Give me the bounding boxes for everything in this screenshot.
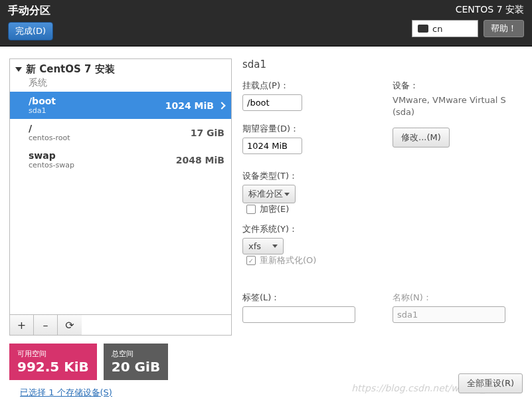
chevron-down-icon [272,245,278,248]
device-type-label: 设备类型(T)： [242,170,373,182]
help-button[interactable]: 帮助！ [484,20,524,37]
chevron-right-icon [218,102,225,109]
install-tree-header[interactable]: 新 CentOS 7 安装 [10,59,231,76]
reformat-checkbox[interactable]: ✓ [246,256,256,265]
partition-device: centos-swap [29,161,74,169]
partition-device: centos-root [29,134,70,142]
partition-mount: / [29,123,70,134]
partition-mount: swap [29,150,74,161]
reformat-label: 重新格式化(O) [260,254,316,266]
partition-mount: /boot [29,96,56,106]
install-tree-title: 新 CentOS 7 安装 [26,63,115,76]
free-space-label: 可用空间 [17,349,89,359]
done-button[interactable]: 完成(D) [8,22,53,41]
add-button[interactable]: + [10,315,34,335]
detail-title: sda1 [242,58,523,70]
chevron-down-icon [284,193,290,196]
partition-size: 2048 MiB [176,155,224,165]
encrypt-label: 加密(E) [260,203,289,215]
device-type-value: 标准分区 [248,188,283,200]
device-type-select[interactable]: 标准分区 [242,185,296,203]
filesystem-value: xfs [248,241,261,251]
reset-all-button[interactable]: 全部重设(R) [458,373,523,393]
encrypt-checkbox[interactable] [246,205,256,214]
partition-device: sda1 [29,106,56,115]
label-input[interactable] [242,306,355,323]
label-label: 标签(L)： [242,292,373,304]
partition-row-boot[interactable]: /boot sda1 1024 MiB [10,92,231,119]
partition-row-root[interactable]: / centos-root 17 GiB [10,119,231,146]
storage-devices-link[interactable]: 已选择 1 个存储设备(S) [20,387,232,399]
capacity-label: 期望容量(D)： [242,123,373,135]
total-space-value: 20 GiB [112,359,160,375]
partition-size: 1024 MiB [165,100,214,111]
filesystem-label: 文件系统(Y)： [242,223,373,235]
chevron-down-icon [15,67,22,72]
partition-size: 17 GiB [191,128,224,138]
name-label: 名称(N)： [393,292,523,304]
device-value: VMware, VMware Virtual S (sda) [393,94,523,118]
keyboard-icon [418,25,428,33]
free-space-value: 992.5 KiB [17,359,89,375]
device-label: 设备： [393,80,523,92]
reload-button[interactable]: ⟳ [58,315,82,335]
modify-button[interactable]: 修改...(M) [393,128,450,148]
name-input [393,306,505,323]
keyboard-label: cn [432,24,442,34]
installer-title: CENTOS 7 安装 [412,4,524,16]
remove-button[interactable]: – [34,315,58,335]
filesystem-select[interactable]: xfs [242,238,284,254]
total-space-box: 总空间 20 GiB [104,344,168,380]
page-title: 手动分区 [8,4,53,18]
mount-point-label: 挂载点(P)： [242,80,373,92]
mount-point-input[interactable] [242,94,302,111]
tree-system-label: 系统 [10,76,231,92]
partition-row-swap[interactable]: swap centos-swap 2048 MiB [10,146,231,173]
keyboard-layout[interactable]: cn [412,20,478,37]
capacity-input[interactable] [242,138,302,154]
total-space-label: 总空间 [112,349,160,359]
free-space-box: 可用空间 992.5 KiB [9,344,97,380]
